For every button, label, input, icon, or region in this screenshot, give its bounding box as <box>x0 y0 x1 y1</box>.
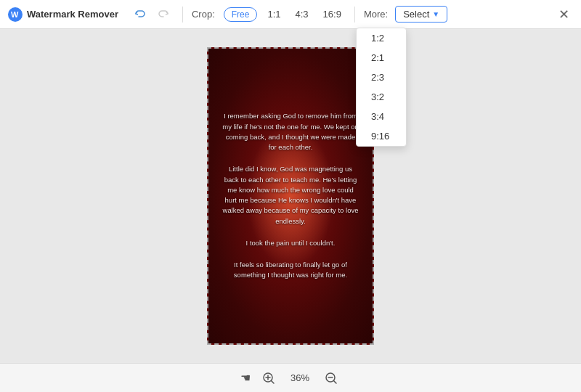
ratio-2-1-option[interactable]: 2:1 <box>357 48 406 68</box>
app-icon: W <box>7 7 23 23</box>
svg-line-5 <box>272 380 275 383</box>
zoom-out-button[interactable] <box>322 369 341 388</box>
ratio-3-2-option[interactable]: 3:2 <box>357 87 406 107</box>
ratio-3-4-option[interactable]: 3:4 <box>357 107 406 126</box>
crop-label: Crop: <box>192 9 215 20</box>
hand-tool-icon: ☚ <box>240 371 251 385</box>
redo-button[interactable] <box>155 5 174 24</box>
ratio-2-3-option[interactable]: 2:3 <box>357 68 406 87</box>
select-label: Select <box>403 9 429 20</box>
bottombar: ☚ 36% <box>0 363 581 392</box>
canvas-area: I remember asking God to remove him from… <box>0 29 581 363</box>
close-button[interactable]: ✕ <box>553 4 574 25</box>
zoom-level: 36% <box>287 372 313 383</box>
more-label: More: <box>364 9 388 20</box>
image-text-3: I took the pain until I couldn't. <box>222 238 359 248</box>
svg-text:W: W <box>11 10 19 19</box>
toolbar: W Watermark Remover Crop: Free 1:1 4:3 1… <box>0 0 581 29</box>
ratio-1-1-button[interactable]: 1:1 <box>263 7 285 21</box>
aspect-ratio-dropdown: 1:2 2:1 2:3 3:2 3:4 9:16 <box>356 28 407 147</box>
ratio-16-9-button[interactable]: 16:9 <box>319 7 346 21</box>
ratio-9-16-option[interactable]: 9:16 <box>357 126 406 146</box>
image-text-overlay: I remember asking God to remove him from… <box>208 49 373 343</box>
ratio-4-3-button[interactable]: 4:3 <box>291 7 313 21</box>
app-logo: W Watermark Remover <box>7 7 118 23</box>
svg-line-8 <box>334 380 337 383</box>
image-text-2: Little did I know, God was magnetting us… <box>222 164 359 226</box>
image-text-4: It feels so liberating to finally let go… <box>222 260 359 281</box>
divider-2 <box>354 7 355 23</box>
free-crop-button[interactable]: Free <box>224 7 258 22</box>
select-dropdown-button[interactable]: Select ▼ <box>395 6 447 23</box>
chevron-down-icon: ▼ <box>432 10 439 18</box>
undo-button[interactable] <box>130 5 149 24</box>
divider-1 <box>182 7 183 23</box>
app-title: Watermark Remover <box>27 9 118 20</box>
image-text-1: I remember asking God to remove him from… <box>222 111 359 152</box>
ratio-1-2-option[interactable]: 1:2 <box>357 28 406 48</box>
zoom-in-button[interactable] <box>259 369 278 388</box>
image-preview: I remember asking God to remove him from… <box>207 47 374 345</box>
